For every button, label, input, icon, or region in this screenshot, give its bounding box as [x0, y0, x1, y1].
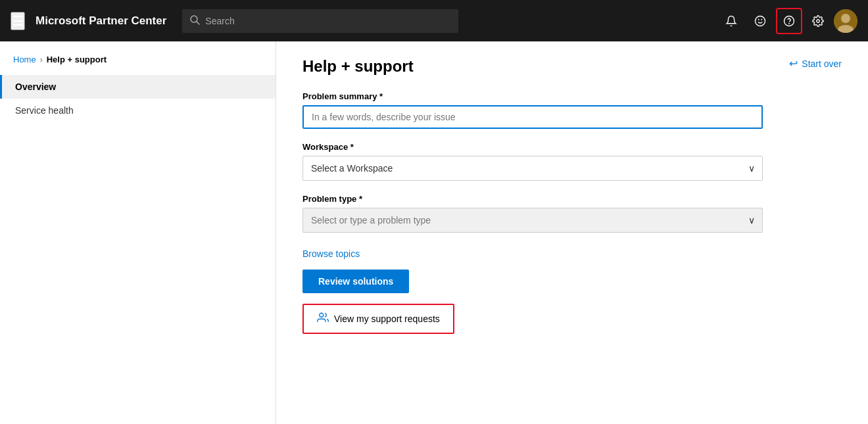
top-navigation: ☰ Microsoft Partner Center — [0, 0, 868, 41]
review-solutions-button[interactable]: Review solutions — [302, 270, 409, 293]
workspace-group: Workspace * Select a Workspace ∨ — [302, 142, 763, 181]
workspace-select-wrapper: Select a Workspace ∨ — [302, 156, 763, 181]
search-container — [182, 9, 458, 33]
svg-line-1 — [197, 22, 199, 24]
start-over-button[interactable]: ↩ Start over — [789, 57, 842, 70]
breadcrumb-current: Help + support — [47, 55, 107, 64]
svg-point-9 — [841, 14, 850, 23]
problem-type-group: Problem type * Select or type a problem … — [302, 194, 763, 233]
breadcrumb-home[interactable]: Home — [13, 55, 36, 64]
svg-point-7 — [817, 19, 820, 22]
sidebar-item-service-health[interactable]: Service health — [0, 99, 276, 122]
nav-icon-group — [718, 8, 857, 34]
hamburger-menu[interactable]: ☰ — [11, 12, 25, 30]
workspace-label: Workspace * — [302, 142, 763, 152]
breadcrumb-separator: › — [40, 55, 43, 64]
svg-point-11 — [320, 313, 324, 317]
support-requests-icon — [317, 312, 329, 326]
problem-summary-label: Problem summary * — [302, 91, 763, 101]
search-input[interactable] — [205, 16, 450, 26]
problem-summary-input[interactable] — [302, 105, 763, 129]
svg-point-5 — [784, 16, 794, 26]
svg-point-2 — [756, 16, 765, 26]
sidebar-nav: Overview Service health — [0, 75, 276, 122]
brand-title: Microsoft Partner Center — [36, 14, 166, 28]
avatar[interactable] — [834, 9, 857, 33]
smiley-button[interactable] — [747, 8, 773, 34]
main-layout: Home › Help + support Overview Service h… — [0, 41, 868, 424]
notifications-button[interactable] — [718, 8, 744, 34]
page-title: Help + support — [302, 57, 414, 76]
problem-type-select[interactable]: Select or type a problem type — [302, 208, 763, 233]
browse-topics-link[interactable]: Browse topics — [302, 248, 360, 259]
content-header: Help + support ↩ Start over — [302, 57, 842, 76]
settings-button[interactable] — [805, 8, 831, 34]
search-icon — [190, 15, 200, 27]
problem-type-label: Problem type * — [302, 194, 763, 204]
sidebar-item-overview[interactable]: Overview — [0, 75, 276, 99]
sidebar: Home › Help + support Overview Service h… — [0, 41, 276, 424]
problem-summary-group: Problem summary * — [302, 91, 763, 129]
view-support-requests-button[interactable]: View my support requests — [302, 304, 454, 334]
workspace-select[interactable]: Select a Workspace — [302, 156, 763, 181]
problem-type-select-wrapper: Select or type a problem type ∨ — [302, 208, 763, 233]
main-content: Help + support ↩ Start over Problem summ… — [276, 41, 868, 424]
help-button[interactable] — [776, 8, 802, 34]
breadcrumb: Home › Help + support — [0, 49, 276, 75]
review-solutions-container: Review solutions — [302, 270, 842, 293]
start-over-icon: ↩ — [789, 57, 798, 70]
